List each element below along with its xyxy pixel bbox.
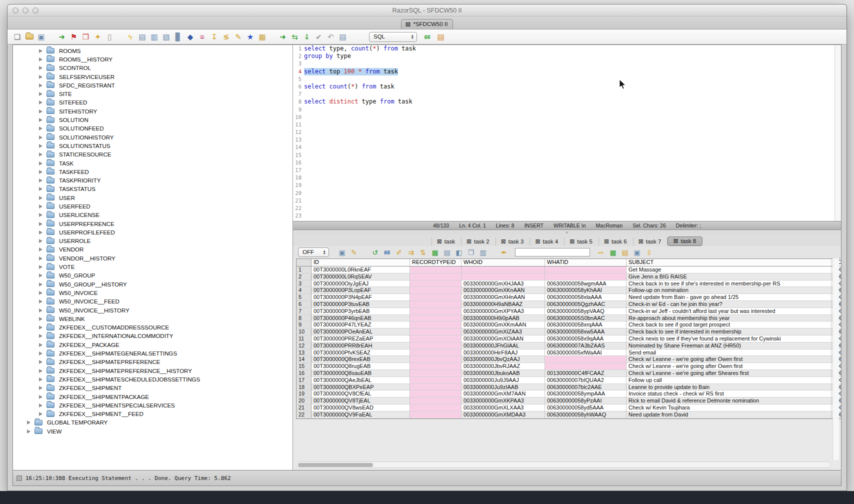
cell-whatid[interactable]: 006300000058yKhAAI — [545, 287, 626, 294]
cell-subject[interactable]: Leanne to provide update to Bain — [626, 384, 832, 390]
zoom-window-button[interactable] — [32, 8, 38, 14]
table-row[interactable]: 1500T3000000Q8rugEAB0033000000JbvRJAAZCh… — [296, 363, 841, 370]
cell-whatid[interactable] — [545, 274, 626, 280]
cell-whatid[interactable]: 00630000005S0bnAAC — [545, 315, 626, 322]
cell-subject[interactable]: Check w/ Kevin Tsujihara — [626, 404, 832, 411]
cell-recordtypeid[interactable] — [410, 377, 462, 384]
cell-whoid[interactable] — [462, 266, 545, 273]
row-number-cell[interactable]: 11 — [296, 336, 312, 342]
disconnect-icon[interactable]: ⚑ — [68, 32, 79, 42]
cell-id[interactable]: 00T3000000POeAnEAL — [312, 328, 410, 335]
cell-subject[interactable]: Need update from Bain - gave go ahead 1/… — [626, 294, 832, 300]
tree-item[interactable]: SOLUTIONSTATUS — [13, 142, 292, 150]
table-row[interactable]: 600T3000000P3tuvEAB0033000000H9aNBAAZ006… — [296, 301, 841, 308]
cell-id[interactable]: 00T3000000P3N4pEAF — [312, 294, 410, 300]
result-tab-task-6[interactable]: ⊠task 6 — [599, 238, 634, 246]
cell-whatid[interactable]: 006300000058yPzAAI — [545, 398, 626, 404]
cell-recordtypeid[interactable] — [410, 328, 462, 335]
sort-columns-icon[interactable]: ⇅ — [418, 248, 428, 258]
cell-recordtypeid[interactable] — [410, 363, 462, 370]
column-header-id[interactable]: ID — [312, 259, 410, 266]
cell-id[interactable]: 00T3000000QV9FaEAL — [312, 412, 410, 418]
save-grid-icon[interactable]: ▣ — [632, 248, 642, 258]
table-row[interactable]: 1100T3000000PREZaEAP0033000000GmXOiAAN00… — [296, 336, 841, 342]
generate-sql-icon[interactable]: ↧ — [209, 32, 220, 42]
connect-icon[interactable]: ➜ — [56, 32, 67, 42]
cell-whoid[interactable]: 0033000000H9aNBAAZ — [462, 301, 545, 308]
save-results-icon[interactable]: ▣ — [337, 248, 347, 258]
tree-item[interactable]: TASK — [13, 159, 292, 168]
tree-item[interactable]: ZKFEDEX__SHIPMENT — [13, 384, 292, 392]
cell-whatid[interactable] — [545, 363, 626, 370]
cell-subject[interactable]: Re-approach about membership this year — [626, 315, 832, 322]
tree-item[interactable]: ZKFEDEX__SHIPMENTPACKAGE — [13, 392, 292, 401]
code-text[interactable]: select top 100 * from task — [304, 68, 398, 76]
expand-triangle-icon[interactable] — [39, 118, 42, 122]
cell-whatid[interactable]: 006300000058ypVAAQ — [545, 308, 626, 314]
execute-all-icon[interactable]: ⇆ — [290, 32, 300, 42]
cell-id[interactable]: 00T3000000P3tuvEAB — [312, 301, 410, 308]
cell-recordtypeid[interactable] — [410, 308, 462, 314]
cell-recordtypeid[interactable] — [410, 370, 462, 376]
column-fit-icon[interactable]: ⇉ — [406, 248, 416, 258]
table-row[interactable]: 1800T3000000QBXPeEAP0033000000Ju9zIAAB00… — [296, 384, 841, 391]
tree-item[interactable]: GLOBAL TEMPORARY — [13, 418, 292, 427]
tree-item[interactable]: USERROLE — [13, 237, 292, 246]
expand-triangle-icon[interactable] — [39, 136, 42, 140]
create-object-icon[interactable]: ✦ — [92, 32, 103, 42]
database-doc-icon[interactable]: ▊ — [173, 32, 184, 42]
highlight-icon[interactable]: ✒ — [499, 248, 509, 258]
cell-whatid[interactable]: 00630000005xfWaAAI — [545, 350, 626, 356]
expand-triangle-icon[interactable] — [39, 213, 42, 217]
expand-triangle-icon[interactable] — [39, 204, 42, 208]
result-tab-task-5[interactable]: ⊠task 5 — [564, 238, 599, 246]
cell-subject[interactable]: Check-in w/ Jeff - couldn't afford last … — [626, 308, 832, 314]
commit-icon[interactable]: ✔ — [314, 32, 324, 42]
cell-whoid[interactable]: 0033000000JbvRJAAZ — [462, 363, 545, 370]
row-number-cell[interactable]: 13 — [296, 350, 312, 356]
cell-subject[interactable]: Invoice status check - check w/ RS first — [626, 390, 832, 397]
table-row[interactable]: 2200T3000000QV9FaEAL0033000000GmXMDAA300… — [296, 412, 841, 418]
cell-subject[interactable]: Follow up call — [626, 377, 832, 384]
tree-item[interactable]: TASKPRIORITY — [13, 176, 292, 184]
tab-close-icon[interactable]: ⊠ — [570, 239, 574, 244]
tab-close-icon[interactable]: ⊠ — [466, 239, 472, 244]
expand-triangle-icon[interactable] — [39, 352, 42, 356]
tree-item[interactable]: USER — [13, 194, 292, 202]
rollback-icon[interactable]: ↶ — [326, 32, 336, 42]
edit-table-icon[interactable]: ▤ — [137, 32, 148, 42]
tree-item[interactable]: WEBLINK — [13, 314, 292, 323]
cell-whatid[interactable] — [545, 356, 626, 362]
cell-whoid[interactable]: 0033000000GmXKnAAN — [462, 287, 545, 294]
cell-recordtypeid[interactable] — [410, 280, 462, 287]
tree-item[interactable]: TASKSTATUS — [13, 185, 292, 194]
row-limit-select[interactable]: OFF ▲▼ — [298, 248, 329, 257]
cell-id[interactable]: 00T3000000OiyJgEAJ — [312, 280, 410, 287]
cell-id[interactable]: 00T3000000Q8sauEAB — [312, 370, 410, 376]
expand-triangle-icon[interactable] — [39, 343, 42, 347]
table-row[interactable]: 1300T3000000PfvKSEAZ0033000000HirF8AAJ00… — [296, 350, 841, 356]
tree-item[interactable]: STATICRESOURCE — [13, 150, 292, 159]
cell-recordtypeid[interactable] — [410, 301, 462, 308]
tree-item[interactable]: SELFSERVICEUSER — [13, 72, 292, 81]
row-number-cell[interactable]: 1 — [296, 266, 312, 273]
tab-close-icon[interactable]: ⊠ — [406, 22, 411, 27]
cell-id[interactable]: 00T3000000PREZaEAP — [312, 336, 410, 342]
new-file-icon[interactable]: ❏ — [12, 32, 22, 42]
editor-vertical-scrollbar[interactable] — [834, 45, 841, 221]
cell-subject[interactable]: Check nexis to see if they've found a re… — [626, 336, 832, 342]
row-number-cell[interactable]: 15 — [296, 363, 312, 370]
cell-subject[interactable]: Check back to see if good target prospec… — [626, 322, 832, 328]
result-tab-task-7[interactable]: ⊠task 7 — [634, 238, 668, 246]
results-search-input[interactable] — [515, 248, 590, 256]
cell-whoid[interactable]: 0033000000GmXKPAA3 — [462, 398, 545, 404]
find-next-icon[interactable]: ⇨ — [596, 248, 606, 258]
expand-triangle-icon[interactable] — [39, 75, 42, 79]
row-number-cell[interactable]: 20 — [296, 398, 312, 404]
table-row[interactable]: 200T3000000L0RqSEAVGive Jenn a BIG RAISE… — [296, 274, 841, 280]
row-number-cell[interactable]: 2 — [296, 274, 312, 280]
table-row[interactable]: 1200T3000000PRR8rEAH0033000000JFhGlAAL00… — [296, 342, 841, 350]
cell-whatid[interactable]: 006300000058x9qAAA — [545, 336, 626, 342]
tree-item[interactable]: USERPROFILEFEED — [13, 228, 292, 236]
row-number-cell[interactable]: 4 — [296, 287, 312, 294]
